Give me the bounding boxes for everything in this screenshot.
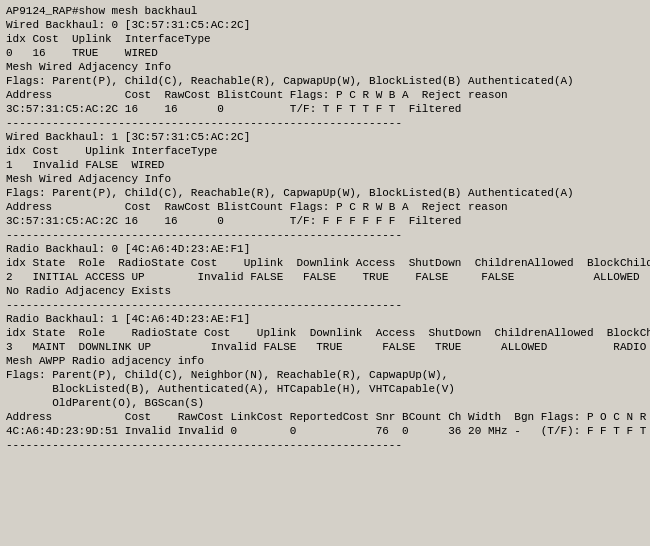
terminal-line-28: ----------------------------------------… — [6, 298, 644, 312]
terminal-line-6: Address Cost RawCost BlistCount Flags: P… — [6, 88, 644, 102]
terminal-line-1: Wired Backhaul: 0 [3C:57:31:C5:AC:2C] — [6, 18, 644, 32]
terminal-line-32: Mesh AWPP Radio adjacency info — [6, 354, 644, 368]
terminal-line-34: BlockListed(B), Authenticated(A), HTCapa… — [6, 382, 644, 396]
terminal-line-16: Address Cost RawCost BlistCount Flags: P… — [6, 200, 644, 214]
terminal-line-31: 3 MAINT DOWNLINK UP Invalid FALSE TRUE F… — [6, 340, 644, 354]
terminal-line-3: 0 16 TRUE WIRED — [6, 46, 644, 60]
terminal-line-36: Address Cost RawCost LinkCost ReportedCo… — [6, 410, 644, 424]
terminal-line-9: ----------------------------------------… — [6, 116, 644, 130]
terminal-line-5: Flags: Parent(P), Child(C), Reachable(R)… — [6, 74, 644, 88]
terminal-line-12: idx Cost Uplink InterfaceType — [6, 144, 644, 158]
terminal-line-13: 1 Invalid FALSE WIRED — [6, 158, 644, 172]
terminal-line-2: idx Cost Uplink InterfaceType — [6, 32, 644, 46]
terminal-line-7: 3C:57:31:C5:AC:2C 16 16 0 T/F: T F T T F… — [6, 102, 644, 116]
terminal-line-15: Flags: Parent(P), Child(C), Reachable(R)… — [6, 186, 644, 200]
terminal-line-11: Wired Backhaul: 1 [3C:57:31:C5:AC:2C] — [6, 130, 644, 144]
terminal-line-17: 3C:57:31:C5:AC:2C 16 16 0 T/F: F F F F F… — [6, 214, 644, 228]
terminal-line-21: Radio Backhaul: 0 [4C:A6:4D:23:AE:F1] — [6, 242, 644, 256]
terminal-line-29: Radio Backhaul: 1 [4C:A6:4D:23:AE:F1] — [6, 312, 644, 326]
terminal-line-33: Flags: Parent(P), Child(C), Neighbor(N),… — [6, 368, 644, 382]
terminal-line-35: OldParent(O), BGScan(S) — [6, 396, 644, 410]
terminal-line-4: Mesh Wired Adjacency Info — [6, 60, 644, 74]
terminal-line-20: ----------------------------------------… — [6, 228, 644, 242]
terminal-line-40: ----------------------------------------… — [6, 438, 644, 452]
terminal-line-37: 4C:A6:4D:23:9D:51 Invalid Invalid 0 0 76… — [6, 424, 644, 438]
terminal-line-23: 2 INITIAL ACCESS UP Invalid FALSE FALSE … — [6, 270, 644, 284]
terminal-output: AP9124_RAP#show mesh backhaulWired Backh… — [0, 0, 650, 546]
terminal-line-25: No Radio Adjacency Exists — [6, 284, 644, 298]
terminal-line-22: idx State Role RadioState Cost Uplink Do… — [6, 256, 644, 270]
terminal-line-0: AP9124_RAP#show mesh backhaul — [6, 4, 644, 18]
terminal-line-14: Mesh Wired Adjacency Info — [6, 172, 644, 186]
terminal-line-30: idx State Role RadioState Cost Uplink Do… — [6, 326, 644, 340]
